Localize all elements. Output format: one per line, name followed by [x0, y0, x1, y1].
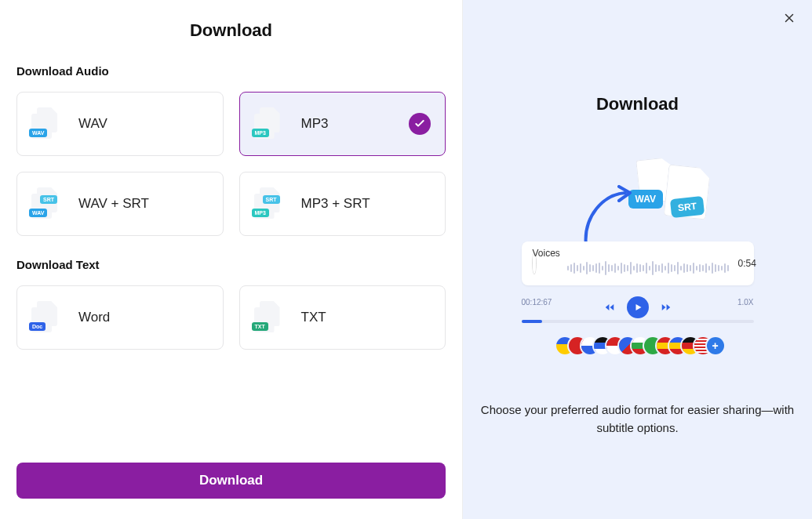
close-icon[interactable] [782, 11, 799, 28]
preview-illustration: WAV SRT Voices 0:54 00:12:67 1.0X [520, 158, 756, 370]
file-wav-icon: WAV [31, 107, 61, 140]
file-word-icon: Doc [31, 301, 61, 334]
download-options-panel: Download Download Audio WAV WAV MP3 MP3 … [0, 0, 463, 519]
preview-panel: Download WAV SRT Voices 0:54 00:12:67 1.… [463, 0, 812, 519]
file-mp3-srt-icon: SRT MP3 [254, 187, 284, 220]
option-word[interactable]: Doc Word [16, 285, 224, 350]
text-options-grid: Doc Word TXT TXT [16, 285, 446, 350]
option-word-label: Word [78, 310, 110, 325]
option-wav[interactable]: WAV WAV [16, 92, 224, 156]
progress-bar[interactable] [522, 320, 754, 323]
section-label-text: Download Text [16, 258, 446, 271]
voice-label: Voices [533, 248, 560, 259]
file-txt-icon: TXT [254, 301, 284, 334]
check-icon [409, 113, 431, 135]
srt-chip: SRT [669, 196, 704, 218]
option-mp3-srt-label: MP3 + SRT [301, 196, 370, 212]
voice-preview-card: Voices 0:54 [522, 241, 754, 285]
forward-icon[interactable] [660, 302, 672, 313]
audio-options-grid: WAV WAV MP3 MP3 SRT WAV WAV + SRT [16, 92, 446, 236]
option-mp3-label: MP3 [301, 116, 329, 132]
waveform-icon [567, 260, 729, 277]
option-mp3-srt[interactable]: SRT MP3 MP3 + SRT [239, 172, 446, 236]
voice-duration: 0:54 [738, 258, 756, 269]
option-wav-label: WAV [78, 116, 107, 132]
more-languages-icon[interactable]: + [707, 337, 724, 354]
arrow-icon [581, 185, 636, 248]
option-txt[interactable]: TXT TXT [239, 285, 446, 350]
download-button[interactable]: Download [16, 463, 446, 499]
rewind-icon[interactable] [603, 302, 616, 313]
option-wav-srt-label: WAV + SRT [78, 196, 149, 212]
play-icon[interactable] [627, 296, 649, 318]
panel-title: Download [16, 20, 446, 41]
file-wav-srt-icon: SRT WAV [31, 187, 61, 220]
preview-title: Download [596, 94, 679, 114]
preview-description: Choose your preferred audio format for e… [481, 401, 795, 437]
progress-fill [522, 320, 543, 323]
option-mp3[interactable]: MP3 MP3 [239, 92, 446, 156]
file-mp3-icon: MP3 [254, 107, 284, 140]
option-wav-srt[interactable]: SRT WAV WAV + SRT [16, 172, 224, 236]
option-txt-label: TXT [301, 310, 326, 325]
section-label-audio: Download Audio [16, 64, 446, 78]
language-flags: + [561, 337, 724, 354]
player-controls [522, 296, 754, 318]
